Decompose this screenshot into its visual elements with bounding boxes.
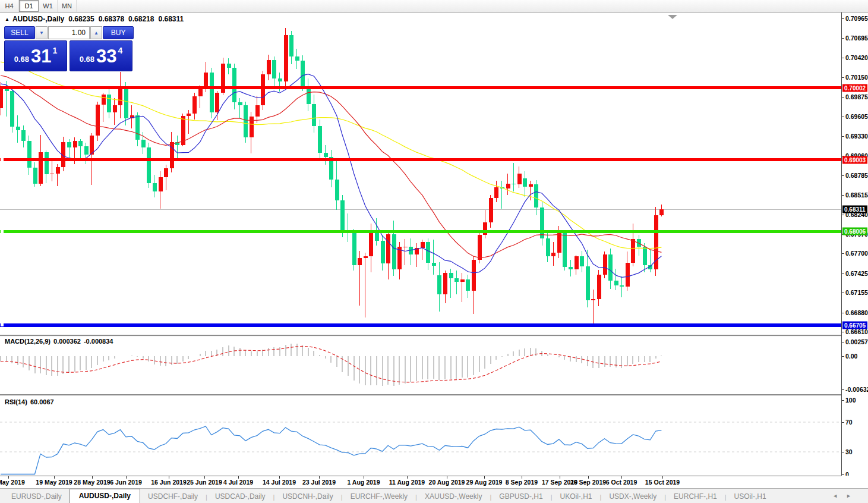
price-axis-label: 0.70695: [845, 34, 868, 42]
collapse-panel-icon[interactable]: ▲: [5, 17, 10, 22]
current-price-tag: 0.68311: [842, 206, 867, 213]
macd-panel-plot[interactable]: [0, 336, 841, 394]
buy-price-base: 0.68: [80, 55, 94, 64]
date-axis-label: 29 Aug 2019: [466, 479, 503, 486]
macd-axis-label: 0.002574: [845, 338, 868, 345]
rsi-axis-label: 30: [845, 448, 853, 455]
date-axis-label: 1 Aug 2019: [347, 479, 380, 486]
buy-price-quote[interactable]: 0.68 33 4: [70, 40, 132, 71]
ohlc-open: 0.68235: [68, 15, 94, 23]
ohlc-close: 0.68311: [158, 15, 184, 23]
chart-window[interactable]: ▲AUDUSD-,Daily0.682350.683780.682180.683…: [0, 12, 868, 488]
chart-tab-ukoil-h1[interactable]: UKOil-,H1: [553, 491, 600, 503]
macd-name: MACD(12,26,9): [5, 338, 50, 345]
rsi-value: 60.0067: [30, 398, 54, 405]
price-axis-tick: [842, 18, 844, 19]
chart-tab-eurchf-h1[interactable]: EURCHF-,H1: [666, 491, 725, 503]
date-axis-label: 15 Oct 2019: [645, 479, 680, 486]
timeframe-button-h4[interactable]: H4: [0, 0, 19, 12]
price-axis[interactable]: 0.709650.706950.704200.701500.698750.696…: [841, 12, 868, 476]
price-axis-tick: [842, 293, 844, 293]
volume-decrease-button[interactable]: ▼: [36, 26, 48, 39]
tab-scroll-left-icon[interactable]: ◄: [832, 493, 846, 499]
date-axis-label: 20 Aug 2019: [429, 479, 465, 486]
rsi-axis-tick: [842, 422, 844, 423]
volume-input[interactable]: [48, 26, 90, 39]
symbol-period-label: AUDUSD-,Daily: [12, 15, 64, 23]
timeframe-toolbar: H4D1W1MN: [0, 0, 868, 12]
chart-tab-eurusd-daily[interactable]: EURUSD-,Daily: [4, 491, 70, 503]
chart-tab-usdcad-daily[interactable]: USDCAD-,Daily: [207, 491, 273, 503]
date-axis-label: 25 Jun 2019: [187, 479, 222, 486]
chart-shift-marker-icon[interactable]: [668, 15, 677, 19]
timeframe-button-mn[interactable]: MN: [58, 0, 77, 12]
line-handle[interactable]: [1, 323, 4, 326]
date-axis-label: 8 Sep 2019: [506, 479, 538, 486]
chart-tab-usdcnh-daily[interactable]: USDCNH-,Daily: [274, 491, 340, 503]
chart-tab-usdx-weekly[interactable]: USDX-,Weekly: [601, 491, 664, 503]
ohlc-high: 0.68378: [99, 15, 124, 23]
macd-axis-label: 0.00: [845, 353, 857, 360]
price-axis-tick: [842, 195, 844, 196]
sell-price-point: 1: [53, 46, 58, 55]
timeframe-button-d1[interactable]: D1: [19, 0, 39, 12]
buy-button[interactable]: BUY: [103, 26, 134, 39]
rsi-line: [1, 426, 661, 474]
price-axis-label: 0.70965: [845, 15, 868, 22]
price-tag-0.69003: 0.69003: [842, 156, 867, 164]
price-axis-label: 0.69330: [845, 133, 868, 140]
macd-axis-tick: [842, 356, 844, 357]
price-axis-label: 0.66610: [845, 328, 868, 335]
price-axis-label: 0.69875: [845, 93, 868, 100]
price-axis-label: 0.70150: [845, 74, 868, 81]
line-handle[interactable]: [1, 158, 4, 161]
rsi-label: RSI(14)60.0067: [5, 398, 57, 405]
chart-tab-audusd-daily[interactable]: AUDUSD-,Daily: [70, 489, 140, 503]
line-handle[interactable]: [1, 230, 4, 233]
price-axis-tick: [842, 215, 844, 215]
date-axis[interactable]: 9 May 201919 May 201928 May 20196 Jun 20…: [0, 476, 841, 489]
sell-price-quote[interactable]: 0.68 31 1: [4, 40, 67, 71]
date-axis-label: 6 Oct 2019: [606, 479, 637, 486]
buy-price-point: 4: [118, 46, 123, 55]
macd-axis-tick: [842, 342, 844, 342]
price-axis-label: 0.69605: [845, 113, 868, 120]
price-tag-0.68006: 0.68006: [842, 228, 867, 235]
date-axis-label: 14 Jul 2019: [263, 479, 296, 486]
price-axis-label: 0.67700: [845, 250, 868, 257]
ohlc-low: 0.68218: [128, 15, 154, 23]
date-axis-label: 23 Jul 2019: [302, 479, 336, 486]
price-axis-tick: [842, 117, 844, 117]
price-axis-tick: [842, 313, 844, 313]
candlesticks[interactable]: [0, 28, 664, 325]
rsi-panel-plot[interactable]: [0, 396, 841, 476]
rsi-axis-tick: [842, 474, 844, 475]
price-tag-0.70002: 0.70002: [842, 84, 867, 92]
chart-tab-eurchf-weekly[interactable]: EURCHF-,Weekly: [343, 491, 415, 503]
timeframe-button-w1[interactable]: W1: [39, 0, 58, 12]
chart-tab-xauusd-weekly[interactable]: XAUUSD-,Weekly: [417, 491, 490, 503]
macd-histogram: [1, 344, 661, 386]
date-axis-label: 16 Jun 2019: [151, 479, 187, 486]
sell-button[interactable]: SELL: [4, 26, 35, 39]
volume-increase-button[interactable]: ▲: [90, 26, 102, 39]
sell-price-base: 0.68: [14, 55, 29, 64]
rsi-axis-tick: [842, 400, 844, 401]
rsi-axis-label: 100: [845, 397, 856, 404]
price-axis-label: 0.67425: [845, 270, 868, 277]
date-axis-label: 11 Aug 2019: [389, 479, 425, 486]
one-click-trading-panel: SELL ▼ ▲ BUY 0.68 31 1 0.68 33 4: [4, 26, 134, 71]
rsi-axis-label: 70: [845, 419, 853, 426]
price-tag-0.66705: 0.66705: [842, 321, 867, 329]
price-axis-tick: [842, 253, 844, 254]
price-axis-tick: [842, 332, 844, 332]
chart-tab-usoil-h1[interactable]: USOil-,H1: [727, 491, 774, 503]
chart-tab-usdchf-daily[interactable]: USDCHF-,Daily: [140, 491, 206, 503]
price-axis-label: 0.67155: [845, 289, 868, 296]
macd-signal-value: -0.000834: [84, 338, 113, 345]
chart-tab-gbpusd-h1[interactable]: GBPUSD-,H1: [491, 491, 550, 503]
price-axis-tick: [842, 136, 844, 137]
tab-scroll-right-icon[interactable]: ►: [846, 493, 860, 499]
date-axis-label: 28 May 2019: [74, 479, 110, 486]
price-axis-tick: [842, 77, 844, 78]
